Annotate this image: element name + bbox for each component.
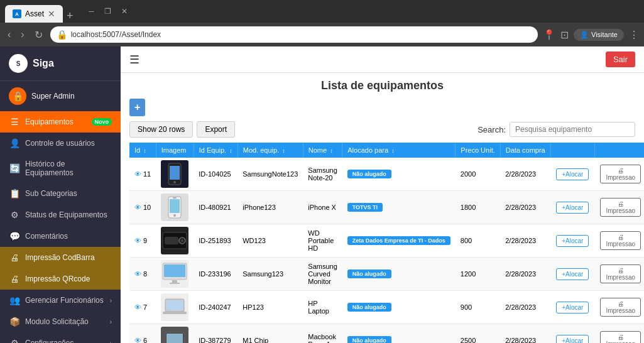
- impressao-btn-7[interactable]: 🖨Impressao: [600, 298, 641, 317]
- location-icon[interactable]: 📍: [543, 29, 555, 41]
- impressao-btn-9[interactable]: 🖨Impressao: [600, 231, 641, 250]
- eye-icon-10[interactable]: 👁: [134, 204, 141, 211]
- cell-idequip-7: ID-240247: [194, 291, 237, 324]
- sidebar-item-modulo[interactable]: 📦 Modulo Solicitação ›: [0, 311, 121, 332]
- table-row: 👁 7 ID-240247 HP123 HP Laptop Não alugad…: [129, 291, 644, 324]
- export-btn[interactable]: Export: [197, 121, 235, 138]
- col-preco[interactable]: Preco Unit.: [456, 143, 500, 158]
- tab-title: Asset: [25, 9, 44, 18]
- cell-preco-7: 900: [456, 291, 500, 324]
- historico-label: Histórico de Equipamentos: [25, 160, 112, 177]
- minimize-btn[interactable]: ─: [85, 4, 99, 18]
- tab-favicon: A: [13, 9, 21, 18]
- sidebar-item-equipamentos[interactable]: ☰ Equipamentos Novo: [0, 111, 121, 133]
- svg-rect-4: [170, 199, 180, 213]
- cell-alocar-7: +Alocar: [550, 291, 594, 324]
- sair-button[interactable]: Sair: [606, 52, 635, 67]
- controle-icon: 👤: [9, 138, 20, 148]
- sidebar-item-impressao-codbarra[interactable]: 🖨 Impressão CodBarra: [0, 247, 121, 268]
- cell-nome-8: Samsung Curved Monitor: [303, 258, 342, 291]
- sidebar-item-historico[interactable]: 🔄 Histórico de Equipamentos: [0, 154, 121, 183]
- new-tab-btn[interactable]: +: [63, 9, 77, 23]
- cell-nome-9: WD Portable HD: [303, 224, 342, 258]
- col-imagem[interactable]: Imagem: [156, 143, 194, 158]
- sidebar-item-impressao-qrcode[interactable]: 🖨 Impressão QRcode: [0, 268, 121, 290]
- restore-btn[interactable]: ❐: [101, 4, 115, 18]
- col-nome[interactable]: Nome ↕: [303, 143, 342, 158]
- user-profile-btn[interactable]: 👤 Visitante: [574, 29, 624, 41]
- eye-icon-11[interactable]: 👁: [134, 170, 141, 178]
- cell-alocado-7: Não alugado: [342, 291, 456, 324]
- more-options-icon[interactable]: ⋮: [629, 29, 639, 41]
- cell-idequip-9: ID-251893: [194, 224, 237, 258]
- impressao-btn-10[interactable]: 🖨Impressao: [600, 198, 641, 217]
- modulo-chevron: ›: [110, 318, 112, 325]
- sidebar: S Siga 🔒 Super Admin ☰ Equipamentos Novo…: [0, 46, 121, 343]
- controle-label: Controle de usuários: [25, 139, 112, 148]
- menu-hamburger-icon[interactable]: ☰: [129, 53, 139, 67]
- cell-data-6: 2/28/2023: [500, 324, 550, 344]
- logo: S: [9, 54, 28, 73]
- alocar-btn-6[interactable]: +Alocar: [556, 335, 589, 344]
- impressao-btn-6[interactable]: 🖨Impressao: [600, 331, 641, 343]
- col-alocado[interactable]: Alocado para ↕: [342, 143, 456, 158]
- cell-alocar-9: +Alocar: [550, 224, 594, 258]
- cell-alocado-10: TOTVS TI: [342, 191, 456, 224]
- alocar-btn-10[interactable]: +Alocar: [556, 202, 589, 214]
- cell-data-10: 2/28/2023: [500, 191, 550, 224]
- sidebar-item-configuracoes[interactable]: ⚙ Configurações ›: [0, 332, 121, 343]
- impressao-btn-8[interactable]: 🖨Impressao: [600, 264, 641, 283]
- modulo-icon: 📦: [9, 317, 20, 327]
- col-mod-equip[interactable]: Mod. equip. ↕: [237, 143, 303, 158]
- impressao-btn-11[interactable]: 🖨Impressao: [600, 165, 641, 183]
- cell-id-8: 👁 8: [129, 258, 156, 291]
- sidebar-item-sub-categorias[interactable]: 📋 Sub Categorias: [0, 183, 121, 204]
- cell-data-11: 2/28/2023: [500, 158, 550, 191]
- config-label: Configurações: [25, 339, 105, 343]
- row-id-6: 6: [143, 337, 147, 343]
- cell-nome-7: HP Laptop: [303, 291, 342, 324]
- cell-alocado-6: Não alugado: [342, 324, 456, 344]
- codbarra-label: Impressão CodBarra: [25, 253, 112, 262]
- cell-impressao-9: 🖨Impressao: [594, 224, 644, 258]
- toolbar-row: Show 20 rows Export Search:: [129, 121, 635, 138]
- alocar-btn-8[interactable]: +Alocar: [556, 268, 589, 280]
- page-title: Lista de equipamentos: [129, 79, 635, 92]
- svg-rect-14: [170, 283, 180, 284]
- alocar-btn-9[interactable]: +Alocar: [556, 235, 589, 247]
- lock-icon: 🔒: [57, 30, 67, 40]
- eye-icon-7[interactable]: 👁: [134, 303, 141, 311]
- alocar-btn-7[interactable]: +Alocar: [556, 302, 589, 313]
- tab-close-btn[interactable]: ✕: [48, 9, 55, 19]
- show-rows-btn[interactable]: Show 20 rows: [129, 121, 193, 138]
- cell-modequip-11: SamsungNote123: [237, 158, 303, 191]
- top-bar: ☰ Sair: [121, 46, 644, 73]
- col-id-equip[interactable]: Id Equip. ↕: [194, 143, 237, 158]
- sidebar-item-controle-usuarios[interactable]: 👤 Controle de usuários: [0, 133, 121, 154]
- col-data[interactable]: Data compra: [500, 143, 550, 158]
- back-btn[interactable]: ‹: [5, 26, 13, 43]
- alocar-btn-11[interactable]: +Alocar: [556, 168, 589, 180]
- historico-icon: 🔄: [9, 163, 20, 173]
- cell-impressao-7: 🖨Impressao: [594, 291, 644, 324]
- sidebar-item-funcionarios[interactable]: 👥 Gerenciar Funcionários ›: [0, 290, 121, 311]
- address-bar[interactable]: 🔒 localhost:5007/Asset/Index: [50, 26, 538, 43]
- eye-icon-8[interactable]: 👁: [134, 270, 141, 278]
- forward-btn[interactable]: ›: [18, 26, 26, 43]
- eye-icon-6[interactable]: 👁: [134, 337, 141, 343]
- add-equipment-btn[interactable]: +: [129, 99, 145, 116]
- browser-tab-asset[interactable]: A Asset ✕: [5, 5, 63, 23]
- refresh-btn[interactable]: ↻: [32, 26, 45, 43]
- eye-icon-9[interactable]: 👁: [134, 237, 141, 244]
- cell-img-10: [156, 191, 194, 224]
- row-id-11: 11: [143, 170, 151, 178]
- close-btn[interactable]: ✕: [117, 4, 131, 18]
- search-input[interactable]: [510, 122, 635, 137]
- svg-point-10: [181, 239, 183, 242]
- cell-modequip-7: HP123: [237, 291, 303, 324]
- col-id[interactable]: Id ↕: [129, 143, 156, 158]
- cell-data-7: 2/28/2023: [500, 291, 550, 324]
- sidebar-item-comentarios[interactable]: 💬 Comentários: [0, 226, 121, 247]
- sidebar-toggle-icon[interactable]: ⊡: [560, 29, 569, 41]
- sidebar-item-status[interactable]: ⚙ Status de Equipamentos: [0, 204, 121, 226]
